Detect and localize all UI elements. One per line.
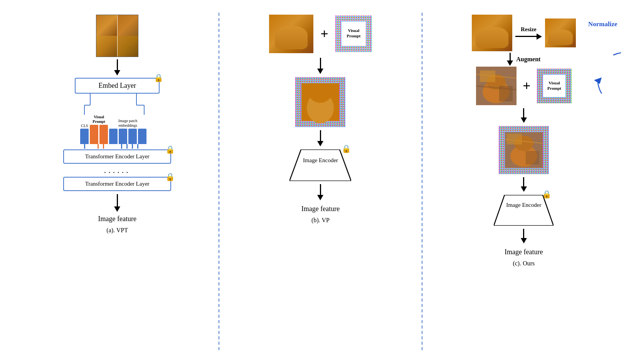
svg-rect-37 (480, 70, 495, 82)
arrow-head-c2 (521, 117, 527, 123)
vp-frame-c: Visual Prompt (537, 69, 572, 103)
arrow-head-b (114, 206, 120, 212)
arrow-b2 (317, 130, 323, 146)
img-cell-4 (117, 36, 138, 57)
cat-augmented-c (476, 67, 517, 105)
vp-conn-1 (98, 144, 99, 149)
caption-a: (a). VPT (106, 227, 128, 234)
arrow-c4 (521, 229, 527, 243)
cat-image-b (269, 15, 313, 53)
lock-icon-trans1: 🔒 (165, 145, 175, 154)
lock-icon-encoder-b: 🔒 (342, 144, 351, 153)
cat-resized-c (545, 18, 576, 47)
svg-text:Prompt: Prompt (347, 34, 360, 38)
encoder-svg-c (494, 195, 554, 226)
pc3 (132, 144, 133, 149)
svg-text:Visual: Visual (348, 28, 359, 33)
arrow-b3 (317, 184, 323, 200)
arrow-head-c3 (521, 186, 527, 192)
arrow-shaft-c3 (523, 177, 524, 186)
encoder-c: Image Encoder 🔒 (494, 195, 554, 226)
resize-row: Resize (472, 15, 576, 51)
encoder-label-c: Image Encoder (494, 201, 554, 209)
cat-original-c (472, 15, 512, 51)
vp-frame-b: Visual Prompt (335, 15, 372, 52)
patch-bar-1 (109, 129, 118, 144)
patch-token-group: Image patchembeddings (109, 119, 146, 149)
pc2 (126, 144, 128, 149)
augment-arrow-shaft (510, 53, 511, 60)
embed-layer-box: Embed Layer 🔒 (75, 78, 160, 94)
augment-row: Augment (507, 53, 540, 66)
bottom-arrow-a (114, 194, 120, 212)
svg-marker-62 (494, 195, 554, 226)
transformer-label-2: Transformer Encoder Layer (85, 181, 150, 187)
panel-vpt: Embed Layer 🔒 CLS VisualPrompt (16, 9, 219, 356)
transformer-box-2: Transformer Encoder Layer 🔒 (63, 177, 171, 191)
top-row-b: + (269, 15, 372, 53)
cls-bar (80, 129, 89, 144)
feature-label-c: Image feature (505, 248, 543, 256)
combined-vp-c (499, 126, 549, 174)
patch-bar-4 (138, 129, 146, 144)
svg-text:Prompt: Prompt (547, 86, 561, 91)
arrow-head-b3 (317, 195, 323, 200)
vp-token-group: VisualPrompt (90, 115, 108, 149)
resize-label: Resize (521, 26, 537, 33)
resize-arrow-line (515, 36, 537, 37)
arrow-shaft-b1 (320, 58, 321, 69)
plus-sign-c: + (523, 79, 531, 93)
svg-rect-38 (499, 86, 513, 101)
blue-connectors (59, 94, 175, 115)
embed-layer-label: Embed Layer (98, 82, 136, 89)
svg-rect-60 (506, 134, 522, 144)
vp-token-label: VisualPrompt (93, 115, 105, 124)
panel-ours: Normalize Resize (422, 9, 625, 356)
patch-label: Image patchembeddings (118, 119, 137, 128)
vp-frame-svg: Visual Prompt (335, 15, 372, 52)
augment-plus-row: + Visua (476, 67, 572, 105)
lock-icon-encoder-c: 🔒 (542, 190, 552, 199)
vp-bar-1 (90, 125, 98, 144)
arrow-head-c4 (521, 238, 527, 243)
cls-label: CLS (81, 124, 88, 128)
encoder-b: Image Encoder 🔒 (289, 149, 351, 181)
combined-svg-c (499, 126, 549, 174)
img-cell-2 (117, 15, 138, 36)
svg-text:Visual: Visual (548, 81, 560, 85)
svg-rect-61 (526, 151, 539, 164)
augment-arrow-head (507, 60, 513, 66)
dots-section: ...... (104, 165, 131, 175)
plus-sign-b: + (320, 27, 328, 41)
caption-c: (c). Ours (513, 260, 535, 267)
vp-conn-2 (103, 144, 104, 149)
vp-frame-svg-c: Visual Prompt (537, 69, 572, 103)
tokens-row: CLS VisualPrompt Image patchembeddings (80, 115, 146, 149)
img-cell-1 (96, 15, 117, 36)
arrow-b1 (317, 58, 323, 74)
arrow-head (114, 70, 120, 75)
cls-token: CLS (80, 124, 89, 149)
feature-label-b: Image feature (301, 205, 340, 213)
arrow-c2 (521, 108, 527, 123)
patch-bar-2 (119, 129, 127, 144)
augmented-cat-svg (476, 67, 517, 105)
transformer-box-1: Transformer Encoder Layer 🔒 (63, 149, 171, 164)
encoder-label-b: Image Encoder (289, 156, 351, 164)
arrow-shaft-c2 (523, 108, 524, 117)
arrow-shaft-b3 (320, 184, 321, 195)
arrow-head-b1 (317, 69, 323, 74)
cls-connector (84, 144, 85, 149)
lock-icon-trans2: 🔒 (165, 172, 175, 181)
feature-label-a: Image feature (98, 215, 136, 223)
resize-arrow-group: Resize (515, 26, 542, 40)
pc4 (137, 144, 138, 149)
resize-arrow-head (537, 34, 542, 40)
caption-b: (b). VP (311, 217, 330, 224)
arrow-c3 (521, 177, 527, 192)
diagram-container: Embed Layer 🔒 CLS VisualPrompt (16, 9, 625, 356)
arrow-shaft (117, 59, 118, 70)
arrow-shaft-c4 (523, 229, 524, 238)
combined-svg-b (295, 77, 345, 127)
svg-marker-30 (289, 149, 351, 181)
